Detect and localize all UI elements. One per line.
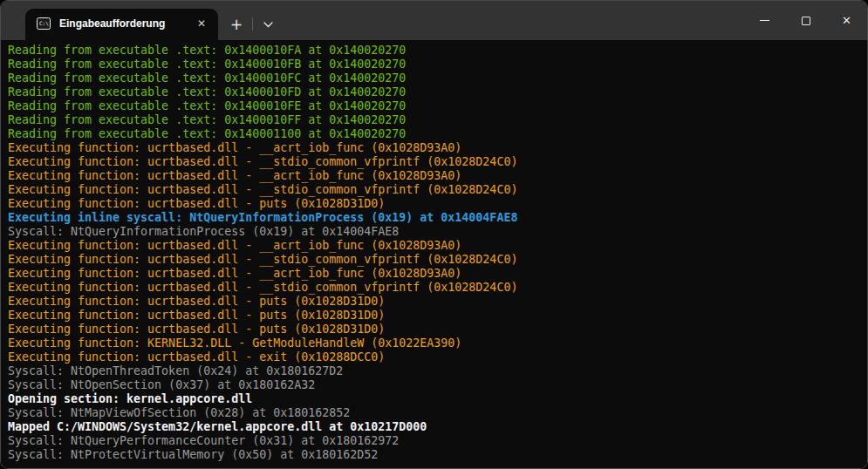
terminal-line: Executing function: ucrtbased.dll - __ac…: [8, 169, 867, 183]
terminal-line: Executing function: ucrtbased.dll - puts…: [8, 309, 867, 323]
terminal-line: Reading from executable .text: 0x1400010…: [8, 85, 867, 99]
tab-title: Eingabeaufforderung: [59, 17, 194, 30]
terminal-line: Executing function: ucrtbased.dll - puts…: [8, 295, 867, 309]
terminal-line: Reading from executable .text: 0x1400010…: [8, 71, 867, 85]
terminal-line: Executing function: KERNEL32.DLL - GetMo…: [8, 336, 867, 350]
terminal-line: Reading from executable .text: 0x1400011…: [8, 127, 867, 141]
terminal-line: Executing function: ucrtbased.dll - puts…: [8, 197, 867, 211]
window-controls: ✕: [744, 1, 867, 40]
terminal-line: Reading from executable .text: 0x1400010…: [8, 113, 867, 127]
terminal-line: Executing function: ucrtbased.dll - puts…: [8, 323, 867, 336]
close-icon: ✕: [842, 15, 851, 26]
tab-dropdown-button[interactable]: [256, 12, 280, 37]
minimize-icon: [760, 20, 769, 21]
terminal-output[interactable]: Reading from executable .text: 0x1400010…: [1, 40, 867, 468]
terminal-line: Executing function: ucrtbased.dll - __st…: [8, 281, 867, 295]
minimize-button[interactable]: [744, 1, 785, 40]
terminal-line: Executing function: ucrtbased.dll - exit…: [8, 350, 867, 364]
terminal-line: Executing function: ucrtbased.dll - __ac…: [8, 267, 867, 281]
maximize-button[interactable]: [785, 1, 826, 40]
terminal-line: Executing function: ucrtbased.dll - __ac…: [8, 239, 867, 253]
maximize-icon: [802, 17, 810, 25]
tab-close-button[interactable]: ✕: [194, 17, 209, 31]
terminal-line: Reading from executable .text: 0x1400010…: [8, 99, 867, 113]
cmd-icon-text: C:\: [38, 21, 49, 26]
terminal-line: Syscall: NtProtectVirtualMemory (0x50) a…: [8, 448, 867, 462]
terminal-line: Executing inline syscall: NtQueryInforma…: [8, 211, 867, 225]
close-icon: ✕: [197, 17, 206, 30]
terminal-line: Syscall: NtOpenThreadToken (0x24) at 0x1…: [8, 364, 867, 378]
terminal-line: Reading from executable .text: 0x1400010…: [8, 44, 867, 58]
terminal-line: Syscall: NtQueryPerformanceCounter (0x31…: [8, 434, 867, 448]
new-tab-button[interactable]: +: [224, 12, 249, 37]
terminal-line: Syscall: NtQueryInformationProcess (0x19…: [8, 225, 867, 239]
cmd-prompt-icon: C:\: [37, 17, 51, 30]
terminal-line: Executing function: ucrtbased.dll - __st…: [8, 155, 867, 169]
terminal-line: Executing function: ucrtbased.dll - __st…: [8, 253, 867, 267]
newtab-divider: [252, 17, 253, 31]
terminal-line: Mapped C:/WINDOWS/System32/kernel.appcor…: [8, 420, 867, 434]
terminal-window: C:\ Eingabeaufforderung ✕ + ✕: [0, 0, 868, 469]
terminal-line: Syscall: NtMapViewOfSection (0x28) at 0x…: [8, 406, 867, 420]
terminal-line: Executing function: ucrtbased.dll - __st…: [8, 183, 867, 197]
chevron-down-icon: [263, 22, 273, 28]
terminal-line: Executing function: ucrtbased.dll - __ac…: [8, 141, 867, 155]
plus-icon: +: [230, 16, 243, 33]
title-bar[interactable]: C:\ Eingabeaufforderung ✕ + ✕: [1, 1, 867, 40]
close-window-button[interactable]: ✕: [826, 1, 867, 40]
terminal-line: Syscall: NtOpenSection (0x37) at 0x18016…: [8, 378, 867, 392]
tab-eingabeaufforderung[interactable]: C:\ Eingabeaufforderung ✕: [25, 9, 218, 40]
terminal-line: Reading from executable .text: 0x1400010…: [8, 58, 867, 71]
terminal-line: Opening section: kernel.appcore.dll: [8, 392, 867, 406]
